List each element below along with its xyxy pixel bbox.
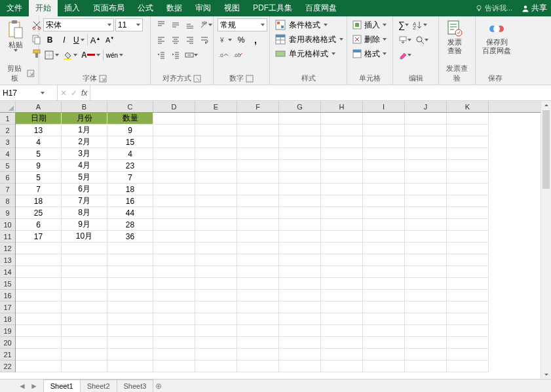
cell[interactable] [405,231,447,243]
cell[interactable] [107,337,153,349]
cell[interactable] [405,266,447,278]
cell[interactable]: 数量 [107,113,153,125]
cell[interactable] [321,136,363,148]
cell[interactable] [447,172,489,184]
cell[interactable] [153,219,195,231]
dialog-launcher-icon[interactable] [99,75,107,83]
row-header[interactable]: 9 [0,207,15,219]
cell[interactable]: 17 [16,231,62,243]
cell[interactable] [363,148,405,160]
cell[interactable] [153,160,195,172]
row-header[interactable]: 8 [0,195,15,207]
cells-area[interactable]: 日期月份数量131月942月1553月494月2355月776月18187月16… [16,113,551,379]
border-button[interactable] [43,49,60,62]
cell[interactable] [279,125,321,136]
bold-button[interactable]: B [43,33,56,47]
sheet-nav-prev[interactable]: ◄ [18,382,26,391]
paste-button[interactable]: 粘贴 [4,18,28,53]
cell[interactable] [405,136,447,148]
cell[interactable] [405,219,447,231]
cell[interactable] [153,325,195,337]
cell[interactable] [447,290,489,302]
cell[interactable] [237,184,279,195]
cell[interactable] [62,337,107,349]
row-header[interactable]: 6 [0,172,15,184]
cell[interactable] [279,219,321,231]
font-size-select[interactable]: 11 [115,18,143,31]
invoice-check-button[interactable]: 发票 查验 [443,18,466,56]
cell[interactable] [237,160,279,172]
cell[interactable] [195,148,237,160]
row-header[interactable]: 2 [0,125,15,136]
cell[interactable] [16,254,62,266]
cell[interactable]: 9 [16,160,62,172]
column-header[interactable]: K [447,101,489,112]
cell[interactable] [405,207,447,219]
cell[interactable] [153,243,195,254]
cell[interactable] [62,254,107,266]
cell[interactable] [363,325,405,337]
cell[interactable]: 5 [16,148,62,160]
cell[interactable] [405,172,447,184]
cell[interactable] [321,302,363,313]
cell[interactable] [195,361,237,372]
cell[interactable] [62,313,107,325]
row-header[interactable]: 18 [0,313,15,325]
chevron-down-icon[interactable] [41,92,45,94]
column-header[interactable]: A [16,101,62,112]
increase-decimal-button[interactable]: .0 [218,49,231,62]
cell[interactable] [405,160,447,172]
column-header[interactable]: I [363,101,405,112]
align-bottom-button[interactable] [183,18,197,31]
fill-color-button[interactable] [62,49,79,62]
name-box-input[interactable] [3,88,41,98]
row-header[interactable]: 16 [0,290,15,302]
cell[interactable] [62,325,107,337]
cell[interactable] [62,278,107,290]
cell[interactable] [195,290,237,302]
cell[interactable] [447,184,489,195]
find-button[interactable] [414,33,430,47]
cell[interactable] [405,148,447,160]
cell[interactable] [237,361,279,372]
tab-insert[interactable]: 插入 [58,0,86,16]
insert-function-button[interactable]: fx [81,88,87,98]
cell[interactable] [363,302,405,313]
cell[interactable]: 1月 [62,125,107,136]
cell[interactable] [405,302,447,313]
cell[interactable] [195,172,237,184]
cell[interactable]: 7 [107,172,153,184]
cell[interactable] [279,313,321,325]
cell[interactable] [237,195,279,207]
cell[interactable] [447,125,489,136]
row-header[interactable]: 1 [0,113,15,125]
cell[interactable] [279,302,321,313]
cell[interactable]: 28 [107,219,153,231]
dialog-launcher-icon[interactable] [27,69,35,77]
phonetic-button[interactable]: wén [105,49,124,62]
cell[interactable] [237,243,279,254]
cell[interactable] [363,113,405,125]
cell[interactable] [279,266,321,278]
insert-cells-button[interactable]: 插入 [351,18,392,31]
increase-indent-button[interactable] [169,49,182,62]
tab-data[interactable]: 数据 [160,0,189,16]
delete-cells-button[interactable]: 删除 [351,33,392,46]
cell[interactable] [237,325,279,337]
cell[interactable]: 23 [107,160,153,172]
cell[interactable] [237,136,279,148]
cell[interactable] [279,148,321,160]
row-header[interactable]: 17 [0,302,15,313]
cell[interactable] [279,278,321,290]
cell[interactable] [363,278,405,290]
cell[interactable] [279,231,321,243]
row-header[interactable]: 15 [0,278,15,290]
select-all-corner[interactable] [0,101,16,113]
save-baidu-button[interactable]: 保存到 百度网盘 [480,18,514,56]
tab-home[interactable]: 开始 [29,0,58,16]
cell[interactable] [153,337,195,349]
cell[interactable]: 25 [16,207,62,219]
new-sheet-button[interactable]: ⊕ [153,382,164,391]
cell[interactable] [62,243,107,254]
cell[interactable]: 15 [107,136,153,148]
